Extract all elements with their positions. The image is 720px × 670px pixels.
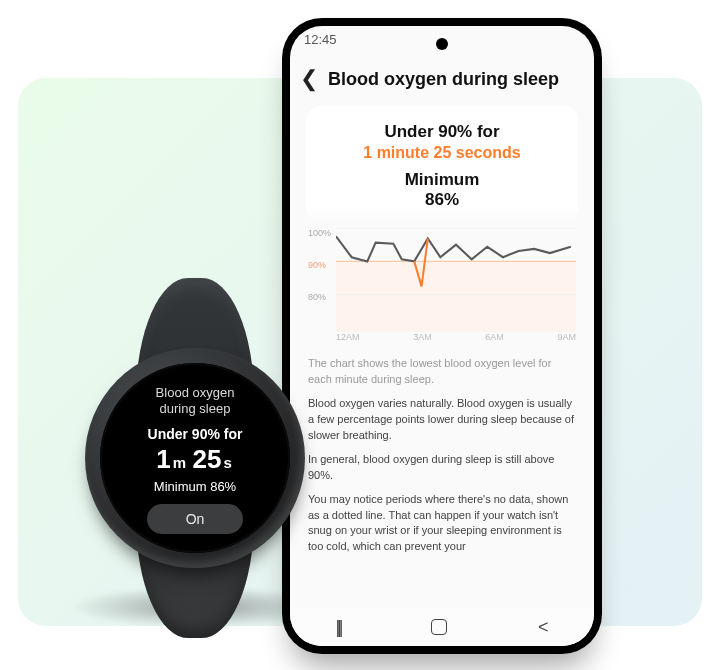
info-paragraphs: Blood oxygen varies naturally. Blood oxy… (308, 396, 576, 555)
nav-back-icon[interactable]: < (538, 617, 549, 638)
app-header: ❮ Blood oxygen during sleep (290, 64, 594, 102)
watch-under-label: Under 90% for (148, 426, 243, 442)
nav-home-icon[interactable] (431, 619, 447, 635)
summary-card: Under 90% for 1 minute 25 seconds Minimu… (306, 106, 578, 222)
watch-duration: 1m 25s (156, 444, 234, 475)
page-title: Blood oxygen during sleep (328, 69, 559, 90)
watch-minimum: Minimum 86% (154, 479, 236, 494)
x-tick: 6AM (485, 332, 504, 348)
y-tick-90: 90% (308, 260, 326, 270)
watch-toggle-button[interactable]: On (147, 504, 243, 534)
chart-svg (336, 228, 576, 332)
back-icon[interactable]: ❮ (300, 68, 318, 90)
watch-face: Blood oxygen during sleep Under 90% for … (100, 363, 290, 553)
minimum-label: Minimum (316, 170, 568, 190)
info-p2: In general, blood oxygen during sleep is… (308, 452, 576, 484)
under-threshold-label: Under 90% for (316, 122, 568, 142)
x-axis-labels: 12AM 3AM 6AM 9AM (336, 332, 576, 348)
caption-text: The chart shows the lowest blood oxygen … (308, 356, 576, 388)
spo2-chart[interactable]: 100% 90% 80% 12AM 3AM 6AM 9AM (308, 228, 576, 348)
nav-recents-icon[interactable]: ||| (335, 617, 340, 638)
status-time: 12:45 (304, 32, 337, 47)
info-p3: You may notice periods where there's no … (308, 492, 576, 556)
android-nav-bar: ||| < (290, 608, 594, 646)
chart-caption: The chart shows the lowest blood oxygen … (308, 356, 576, 388)
info-p1: Blood oxygen varies naturally. Blood oxy… (308, 396, 576, 444)
watch-title: Blood oxygen during sleep (156, 385, 235, 418)
y-tick-100: 100% (308, 228, 331, 238)
svg-rect-0 (336, 261, 576, 332)
watch-mockup: Blood oxygen during sleep Under 90% for … (60, 278, 330, 638)
watch-body: Blood oxygen during sleep Under 90% for … (85, 348, 305, 568)
phone-mockup: 12:45 ❮ Blood oxygen during sleep Under … (282, 18, 602, 654)
x-tick: 3AM (413, 332, 432, 348)
x-tick: 12AM (336, 332, 360, 348)
minimum-value: 86% (316, 190, 568, 210)
phone-screen: 12:45 ❮ Blood oxygen during sleep Under … (290, 26, 594, 646)
under-threshold-value: 1 minute 25 seconds (316, 144, 568, 162)
x-tick: 9AM (557, 332, 576, 348)
phone-camera-hole (436, 38, 448, 50)
